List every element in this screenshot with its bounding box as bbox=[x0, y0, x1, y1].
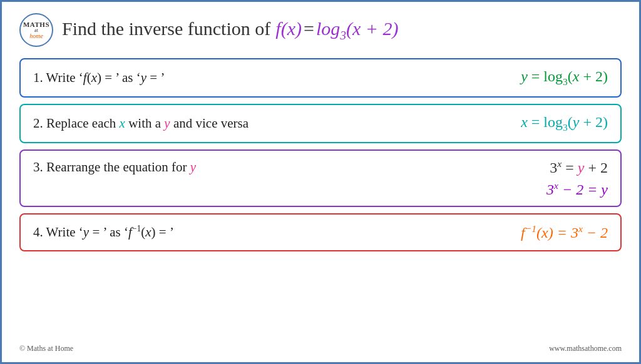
footer-right: www.mathsathome.com bbox=[549, 344, 622, 353]
step-4-formula: f−1(x) = 3x − 2 bbox=[521, 223, 608, 241]
step-1-left: 1. Write ‘f(x) = ’ as ‘y = ’ bbox=[33, 70, 165, 86]
header-title: Find the inverse function of f(x) = log3… bbox=[62, 18, 399, 43]
title-prefix: Find the inverse function of bbox=[62, 18, 270, 39]
step-2-left: 2. Replace each x with a y and vice vers… bbox=[33, 116, 249, 131]
step-3-content: 3. Rearrange the equation for y 3x = y +… bbox=[33, 158, 608, 198]
title-equals: = bbox=[304, 18, 314, 39]
title-log: log3(x + 2) bbox=[316, 18, 399, 43]
logo-maths-text: MATHS bbox=[23, 21, 49, 28]
step-2-text: 2. Replace each x with a y and vice vers… bbox=[33, 116, 249, 131]
step-2-formula: x = log3(y + 2) bbox=[521, 114, 608, 133]
title-formula: f(x) = log3(x + 2) bbox=[275, 18, 398, 43]
step-3-right: 3x = y + 2 3x − 2 = y bbox=[196, 158, 608, 198]
logo-home-text: home bbox=[29, 33, 43, 39]
step-4-box: 4. Write ‘y = ’ as ‘f−1(x) = ’ f−1(x) = … bbox=[19, 213, 622, 251]
steps-container: 1. Write ‘f(x) = ’ as ‘y = ’ y = log3(x … bbox=[19, 58, 622, 338]
step-4-left: 4. Write ‘y = ’ as ‘f−1(x) = ’ bbox=[33, 224, 174, 240]
step-3-box: 3. Rearrange the equation for y 3x = y +… bbox=[19, 149, 622, 207]
logo: MATHS at home bbox=[19, 13, 53, 47]
header: MATHS at home Find the inverse function … bbox=[19, 13, 622, 47]
step-3-formula-line2: 3x − 2 = y bbox=[546, 180, 608, 198]
page-wrapper: MATHS at home Find the inverse function … bbox=[2, 2, 639, 362]
step-2-box: 2. Replace each x with a y and vice vers… bbox=[19, 104, 622, 143]
step-4-text: 4. Write ‘y = ’ as ‘f−1(x) = ’ bbox=[33, 224, 174, 240]
footer: © Maths at Home www.mathsathome.com bbox=[19, 344, 622, 353]
title-fx: f(x) bbox=[275, 18, 302, 39]
step-1-box: 1. Write ‘f(x) = ’ as ‘y = ’ y = log3(x … bbox=[19, 58, 622, 98]
step-3-formula-line1: 3x = y + 2 bbox=[550, 158, 608, 176]
footer-left: © Maths at Home bbox=[19, 344, 73, 353]
step-1-text: 1. Write ‘f(x) = ’ as ‘y = ’ bbox=[33, 70, 165, 86]
step-1-formula: y = log3(x + 2) bbox=[521, 68, 608, 88]
step-3-left: 3. Rearrange the equation for y bbox=[33, 158, 196, 175]
